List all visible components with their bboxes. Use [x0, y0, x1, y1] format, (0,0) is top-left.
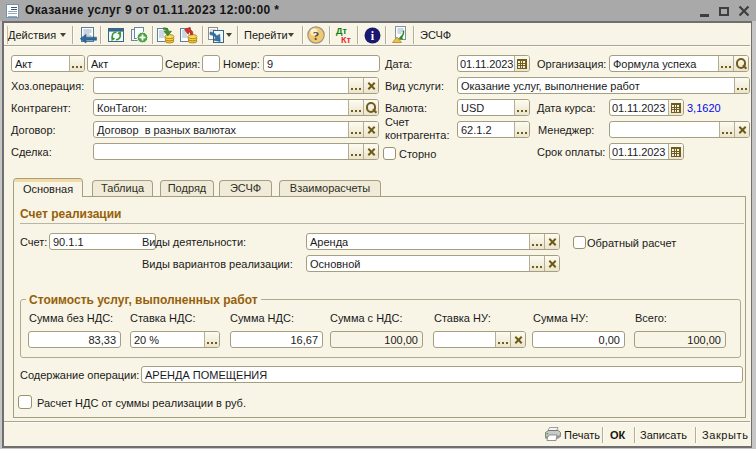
svg-text:?: ?	[313, 28, 320, 43]
